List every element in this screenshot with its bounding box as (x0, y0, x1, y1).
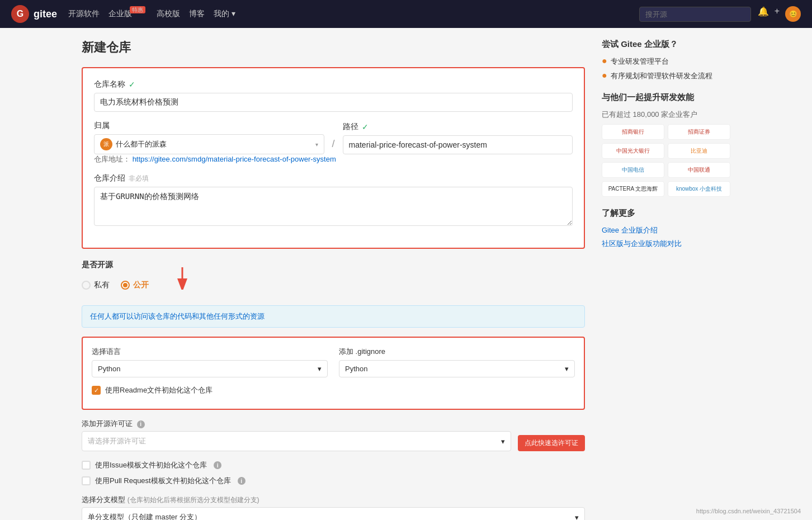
lang-label: 选择语言 (92, 347, 328, 357)
repo-name-group: 仓库名称 ✓ (94, 79, 573, 112)
branch-section: 选择分支模型 (仓库初始化后将根据所选分支模型创建分支) 单分支模型（只创建 m… (82, 495, 585, 520)
quick-select-button[interactable]: 点此快速选许可证 (518, 435, 585, 451)
license-info-icon[interactable]: i (137, 420, 145, 428)
pullreq-label: 使用Pull Request模板文件初始化这个仓库 (95, 476, 231, 486)
public-label: 公开 (133, 280, 149, 290)
issue-checkbox-row: 使用Issue模板文件初始化这个仓库 i (82, 460, 585, 470)
owner-select[interactable]: 派 什么都干的派森 ▾ (94, 134, 324, 154)
lang-select[interactable]: Python ▾ (92, 360, 328, 377)
nav-search-area: 🔔 + 😊 (639, 6, 801, 22)
license-group: 添加开源许可证 i 请选择开源许可证 ▾ (82, 419, 511, 451)
feature-2: ● 有序规划和管理软件研发全流程 (602, 71, 730, 81)
logo[interactable]: G gitee (11, 5, 57, 23)
nav-blog[interactable]: 博客 (189, 9, 205, 19)
issue-label: 使用Issue模板文件初始化这个仓库 (95, 460, 207, 470)
private-label: 私有 (94, 280, 110, 290)
path-label: 路径 ✓ (343, 122, 573, 132)
partner-telecom: 中国电信 (602, 162, 664, 178)
lang-gitignore-row: 选择语言 Python ▾ 添加 .gitignore Python ▾ (92, 347, 575, 377)
lang-chevron-icon: ▾ (318, 365, 322, 373)
partner-pactera: PACTERA 文思海辉 (602, 181, 664, 197)
gitignore-label: 添加 .gitignore (339, 347, 575, 357)
sidebar: 尝试 Gitee 企业版？ ● 专业研发管理平台 ● 有序规划和管理软件研发全流… (602, 39, 730, 520)
intro-group: 仓库介绍 非必填 基于GRURNN的价格预测网络 (94, 173, 573, 228)
radio-inner-dot (123, 283, 128, 287)
slash-divider: / (330, 138, 337, 150)
repo-form-section: 仓库名称 ✓ 归属 派 什么都干的派森 ▾ / (82, 67, 585, 249)
private-radio[interactable]: 私有 (82, 280, 110, 290)
license-chevron-icon: ▾ (501, 437, 505, 446)
public-radio-circle (121, 281, 130, 290)
search-input[interactable] (639, 7, 751, 22)
nav-links: 开源软件 企业版特惠 高校版 博客 我的 ▾ (68, 9, 235, 19)
license-row: 添加开源许可证 i 请选择开源许可证 ▾ 点此快速选许可证 (82, 419, 585, 451)
repo-url-text: 仓库地址： https://gitee.com/smdg/material-pr… (94, 154, 573, 164)
intro-textarea[interactable]: 基于GRURNN的价格预测网络 (94, 187, 573, 226)
readme-checkbox[interactable]: ✓ (92, 386, 101, 395)
logo-text: gitee (34, 8, 57, 20)
gitee-enterprise-intro-link[interactable]: Gitee 企业版介绍 (602, 225, 730, 235)
path-group: 路径 ✓ (343, 122, 573, 154)
branch-model-select[interactable]: 单分支模型（只创建 master 分支） ▾ (82, 507, 585, 520)
intro-label: 仓库介绍 非必填 (94, 173, 573, 183)
community-enterprise-compare-link[interactable]: 社区版与企业版功能对比 (602, 239, 730, 249)
lang-group: 选择语言 Python ▾ (92, 347, 328, 377)
feature-dot-2: ● (602, 70, 607, 81)
footer-url: https://blog.csdn.net/weixin_43721504 (696, 508, 801, 514)
owner-path-row: 归属 派 什么都干的派森 ▾ / 路径 ✓ (94, 121, 573, 154)
branch-model-label: 选择分支模型 (仓库初始化后将根据所选分支模型创建分支) (82, 495, 585, 505)
partner-byd: 比亚迪 (668, 143, 730, 159)
options-section: 选择语言 Python ▾ 添加 .gitignore Python ▾ (82, 337, 585, 410)
page-title: 新建仓库 (82, 39, 585, 56)
partner-guangda-bank: 中国光大银行 (602, 143, 664, 159)
enterprise-badge: 特惠 (130, 6, 145, 13)
path-check-icon: ✓ (362, 122, 369, 131)
avatar[interactable]: 😊 (785, 6, 801, 22)
plus-icon[interactable]: + (775, 6, 780, 22)
repo-name-input[interactable] (94, 93, 573, 112)
issue-checkbox[interactable] (82, 461, 91, 470)
learn-more-section: 了解更多 Gitee 企业版介绍 社区版与企业版功能对比 (602, 208, 730, 249)
try-enterprise-title: 尝试 Gitee 企业版？ (602, 39, 730, 50)
partner-zhaoshang-bank: 招商银行 (602, 124, 664, 140)
repo-name-label: 仓库名称 ✓ (94, 79, 573, 89)
name-check-icon: ✓ (129, 80, 135, 89)
radio-with-arrow: 私有 公开 (82, 276, 585, 300)
branch-model-sublabel: (仓库初始化后将根据所选分支模型创建分支) (128, 496, 259, 504)
improve-section: 与他们一起提升研发效能 已有超过 180,000 家企业客户 招商银行 招商证券… (602, 92, 730, 197)
navbar: G gitee 开源软件 企业版特惠 高校版 博客 我的 ▾ 🔔 + 😊 (0, 0, 812, 28)
bell-icon[interactable]: 🔔 (758, 6, 769, 22)
owner-chevron-icon: ▾ (315, 141, 318, 148)
partner-zhaoshang-sec: 招商证券 (668, 124, 730, 140)
owner-avatar-icon: 派 (100, 138, 112, 150)
nav-enterprise[interactable]: 企业版特惠 (108, 9, 148, 19)
gitignore-chevron-icon: ▾ (565, 365, 569, 373)
issue-info-icon[interactable]: i (214, 461, 221, 469)
checkmark-icon: ✓ (94, 387, 99, 394)
partner-grid: 招商银行 招商证券 中国光大银行 比亚迪 中国电信 中国联通 PACTERA 文… (602, 124, 730, 197)
public-notice: 任何人都可以访问该仓库的代码和其他任何形式的资源 (82, 305, 585, 328)
opensource-label: 是否开源 (82, 260, 585, 270)
private-radio-circle (82, 281, 91, 290)
public-radio[interactable]: 公开 (121, 280, 149, 290)
owner-label: 归属 (94, 121, 324, 131)
repo-url-link[interactable]: https://gitee.com/smdg/material-price-fo… (133, 155, 336, 163)
gitignore-select[interactable]: Python ▾ (339, 360, 575, 377)
nav-mine[interactable]: 我的 ▾ (214, 9, 235, 19)
owner-group: 归属 派 什么都干的派森 ▾ (94, 121, 324, 154)
license-select[interactable]: 请选择开源许可证 ▾ (82, 431, 511, 451)
learn-more-title: 了解更多 (602, 208, 730, 219)
nav-opensource[interactable]: 开源软件 (68, 9, 100, 19)
pullreq-checkbox[interactable] (82, 476, 91, 485)
partner-unicom: 中国联通 (668, 162, 730, 178)
radio-group: 私有 公开 (82, 280, 149, 290)
pullreq-info-icon[interactable]: i (238, 477, 246, 485)
try-enterprise-section: 尝试 Gitee 企业版？ ● 专业研发管理平台 ● 有序规划和管理软件研发全流… (602, 39, 730, 81)
branch-chevron-icon: ▾ (575, 513, 579, 521)
nav-icons: 🔔 + 😊 (758, 6, 801, 22)
gitignore-group: 添加 .gitignore Python ▾ (339, 347, 575, 377)
readme-checkbox-row: ✓ 使用Readme文件初始化这个仓库 (92, 385, 575, 395)
nav-university[interactable]: 高校版 (157, 9, 180, 19)
partner-knowbox: knowbox 小盒科技 (668, 181, 730, 197)
path-input[interactable] (343, 135, 573, 154)
